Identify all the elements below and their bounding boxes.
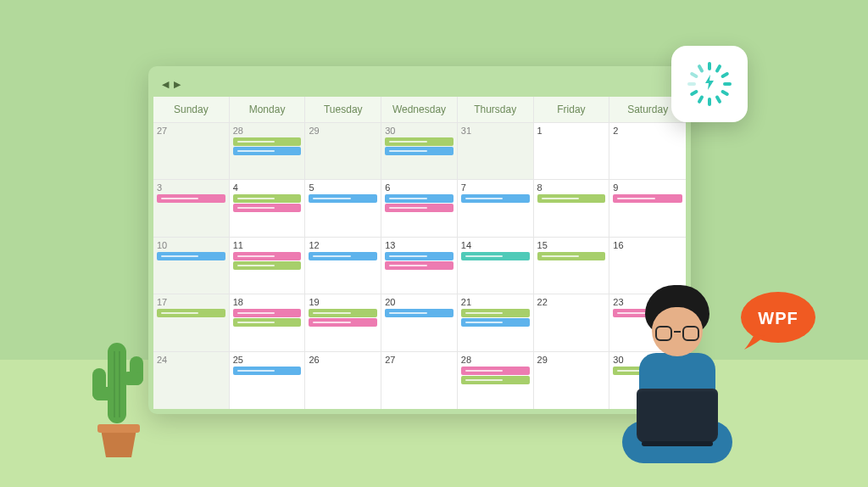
calendar-week-row: 24252627282930 (153, 352, 686, 409)
day-cell[interactable]: 9 (609, 180, 686, 236)
event-bar[interactable] (461, 252, 530, 260)
event-bar[interactable] (233, 204, 302, 212)
next-arrow-icon[interactable]: ▶ (172, 79, 182, 90)
event-bar[interactable] (385, 137, 453, 146)
day-number: 6 (385, 182, 453, 193)
day-cell[interactable]: 3 (153, 180, 230, 236)
svg-rect-8 (689, 89, 698, 96)
day-cell[interactable]: 29 (534, 352, 610, 409)
day-header: Friday (534, 97, 610, 122)
event-bar[interactable] (385, 252, 453, 260)
event-bar[interactable] (309, 318, 377, 327)
day-number: 30 (385, 126, 453, 136)
day-cell[interactable]: 7 (458, 180, 534, 236)
day-cell[interactable]: 5 (305, 180, 381, 236)
event-bar[interactable] (233, 318, 302, 327)
day-cell[interactable]: 10 (153, 238, 230, 294)
day-cell[interactable]: 20 (381, 294, 458, 350)
day-number: 4 (233, 182, 302, 193)
event-bar[interactable] (461, 376, 530, 384)
event-bar[interactable] (157, 309, 225, 317)
loading-badge (671, 46, 748, 122)
day-cell[interactable]: 29 (305, 123, 381, 179)
calendar-week-row: 3456789 (153, 180, 686, 237)
day-cell[interactable]: 8 (534, 180, 610, 236)
event-bar[interactable] (385, 309, 453, 317)
event-bar[interactable] (461, 367, 530, 375)
day-cell[interactable]: 25 (230, 352, 306, 409)
day-cell[interactable]: 27 (381, 352, 458, 409)
day-cell[interactable]: 27 (153, 123, 230, 179)
day-cell[interactable]: 15 (534, 238, 610, 294)
day-cell[interactable]: 26 (305, 352, 381, 409)
prev-arrow-icon[interactable]: ◀ (160, 79, 170, 90)
event-bar[interactable] (537, 194, 606, 203)
event-bar[interactable] (613, 194, 682, 203)
day-cell[interactable]: 4 (230, 180, 306, 236)
day-cell[interactable]: 2 (609, 123, 686, 179)
day-number: 27 (385, 355, 453, 365)
event-bar[interactable] (385, 261, 453, 270)
event-bar[interactable] (309, 194, 377, 203)
event-bar[interactable] (157, 252, 225, 260)
event-bar[interactable] (309, 252, 377, 260)
day-number: 8 (537, 182, 606, 193)
day-cell[interactable]: 13 (381, 238, 458, 294)
event-bar[interactable] (233, 252, 302, 260)
day-number: 29 (537, 355, 606, 365)
svg-rect-2 (721, 71, 730, 78)
day-cell[interactable]: 28 (230, 123, 306, 179)
day-cell[interactable]: 1 (534, 123, 610, 179)
day-number: 9 (613, 182, 682, 193)
day-number: 21 (461, 297, 530, 307)
event-bar[interactable] (461, 318, 530, 327)
event-bar[interactable] (385, 194, 453, 203)
day-number: 18 (233, 297, 302, 307)
day-cell[interactable]: 17 (153, 294, 230, 350)
day-number: 5 (309, 182, 377, 193)
day-number: 15 (537, 240, 606, 250)
event-bar[interactable] (157, 194, 225, 203)
day-cell[interactable]: 24 (153, 352, 230, 409)
day-cell[interactable]: 21 (458, 294, 534, 350)
svg-rect-9 (687, 82, 696, 86)
event-bar[interactable] (385, 204, 453, 212)
day-number: 19 (309, 297, 377, 307)
event-bar[interactable] (309, 309, 377, 317)
day-cell[interactable]: 6 (381, 180, 458, 236)
day-cell[interactable]: 30 (381, 123, 458, 179)
day-cell[interactable]: 28 (458, 352, 534, 409)
svg-rect-16 (121, 372, 143, 385)
svg-rect-7 (697, 95, 704, 104)
event-bar[interactable] (233, 147, 302, 155)
day-number: 16 (613, 240, 682, 250)
event-bar[interactable] (233, 309, 302, 317)
event-bar[interactable] (233, 137, 302, 146)
day-cell[interactable]: 31 (458, 123, 534, 179)
event-bar[interactable] (233, 194, 302, 203)
day-cell[interactable]: 12 (305, 238, 381, 294)
day-number: 24 (157, 355, 225, 365)
svg-rect-1 (715, 64, 721, 73)
day-number: 25 (233, 355, 302, 365)
day-cell[interactable]: 14 (458, 238, 534, 294)
event-bar[interactable] (385, 147, 453, 155)
day-cell[interactable]: 11 (230, 238, 306, 294)
event-bar[interactable] (461, 309, 530, 317)
event-bar[interactable] (537, 252, 606, 260)
day-number: 22 (537, 297, 606, 307)
day-header: Tuesday (305, 97, 381, 122)
lightning-icon (703, 75, 716, 93)
speech-bubble: WPF (739, 290, 817, 351)
day-cell[interactable]: 19 (305, 294, 381, 350)
event-bar[interactable] (461, 194, 530, 203)
event-bar[interactable] (233, 261, 302, 270)
svg-rect-4 (721, 89, 730, 96)
day-number: 20 (385, 297, 453, 307)
day-cell[interactable]: 18 (230, 294, 306, 350)
day-cell[interactable]: 22 (534, 294, 610, 350)
event-bar[interactable] (233, 367, 302, 375)
laptop-icon (637, 389, 718, 443)
svg-rect-10 (689, 71, 698, 78)
day-number: 27 (157, 126, 225, 136)
